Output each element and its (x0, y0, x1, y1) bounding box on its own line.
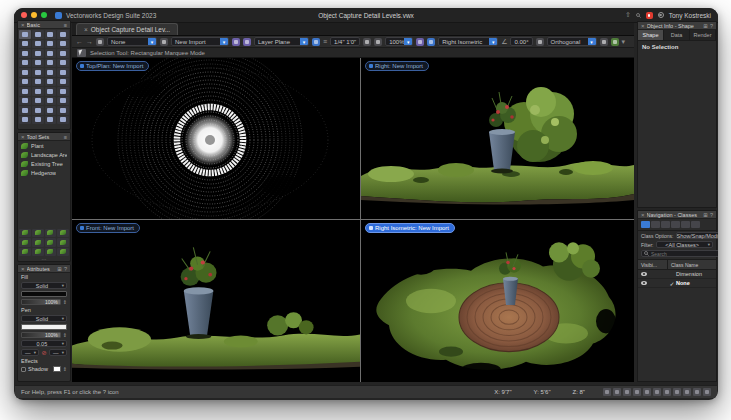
class-search-box[interactable] (641, 250, 718, 257)
snap-to-tangent-icon[interactable] (673, 388, 681, 396)
panel-icon[interactable]: ⊞ (57, 266, 62, 272)
sheet-layers-tab-icon[interactable] (661, 221, 670, 228)
landscape-tool-icon[interactable] (57, 238, 69, 247)
viewport-right[interactable]: Right: New Import (361, 58, 634, 219)
stepper-icon[interactable]: ⇕ (63, 332, 67, 338)
tool-icon[interactable] (45, 106, 57, 115)
tool-sets-palette-header[interactable]: × Tool Sets ≡ (18, 133, 70, 141)
basic-palette-header[interactable]: × Basic ≡ (18, 21, 70, 29)
visibility-column-header[interactable]: Visibi... (638, 260, 668, 269)
design-layers-tab-icon[interactable] (651, 221, 660, 228)
tool-icon[interactable] (45, 116, 57, 125)
object-info-header[interactable]: × Object Info - Shape ⊞ ? (638, 22, 716, 30)
tab-close-icon[interactable]: × (84, 26, 88, 33)
navigation-header[interactable]: × Navigation - Classes ⊞ ? (638, 211, 716, 219)
class-options-icon[interactable] (243, 38, 251, 46)
marker-style-dropdown[interactable]: — ▾ (49, 349, 67, 356)
tool-icon[interactable] (57, 59, 69, 68)
class-row-dimension[interactable]: Dimension (638, 270, 716, 279)
layer-down-icon[interactable] (374, 38, 382, 46)
toolbar-overflow-icon[interactable]: ▾ (622, 38, 626, 45)
tool-icon[interactable] (45, 59, 57, 68)
close-icon[interactable]: × (641, 212, 645, 218)
tab-render[interactable]: Render (690, 30, 716, 40)
tool-icon[interactable] (45, 78, 57, 87)
tab-data[interactable]: Data (664, 30, 690, 40)
tool-icon[interactable] (57, 106, 69, 115)
tool-icon[interactable] (32, 97, 44, 106)
back-icon[interactable]: ← (76, 38, 83, 45)
help-icon[interactable]: ? (64, 266, 67, 272)
tool-icon[interactable] (57, 40, 69, 49)
menu-icon[interactable]: ≡ (64, 134, 67, 140)
references-tab-icon[interactable] (691, 221, 700, 228)
viewport-top-plan[interactable]: Top/Plan: New Import (72, 58, 360, 219)
tool-icon[interactable] (32, 78, 44, 87)
notification-icon[interactable] (646, 12, 653, 19)
zoom-window-button[interactable] (41, 12, 47, 18)
tool-icon[interactable] (32, 40, 44, 49)
close-icon[interactable]: × (21, 22, 25, 28)
pen-opacity-slider[interactable]: 100% (21, 332, 61, 338)
search-icon[interactable] (636, 13, 641, 18)
pen-style-dropdown[interactable]: Solid ▾ (21, 315, 67, 322)
landscape-tool-icon[interactable] (32, 238, 44, 247)
stepper-icon[interactable]: ⇕ (63, 366, 67, 372)
tool-icon[interactable] (19, 40, 31, 49)
saved-view-dropdown[interactable]: None ▾ (107, 37, 157, 46)
layer-options-icon[interactable] (160, 38, 168, 46)
saved-views-icon[interactable] (96, 38, 104, 46)
close-icon[interactable]: × (641, 23, 645, 29)
visibility-icon[interactable] (600, 38, 608, 46)
tool-icon[interactable] (19, 68, 31, 77)
close-icon[interactable]: × (21, 134, 25, 140)
tool-icon[interactable] (57, 78, 69, 87)
tool-icon[interactable] (57, 87, 69, 96)
snap-to-object-icon[interactable] (613, 388, 621, 396)
snap-to-distance-icon[interactable] (643, 388, 651, 396)
user-name[interactable]: Tony Kostreski (669, 12, 711, 19)
attributes-palette-header[interactable]: × Attributes ⊞ ? (18, 265, 70, 273)
help-icon[interactable]: ? (710, 23, 713, 29)
tool-set-item-landscape-area[interactable]: Landscape Area (18, 150, 70, 159)
classes-tab-icon[interactable] (641, 221, 650, 228)
landscape-tool-icon[interactable] (19, 248, 31, 257)
grid-icon[interactable] (312, 38, 320, 46)
tool-icon[interactable] (19, 59, 31, 68)
render-style-icon[interactable] (536, 38, 544, 46)
saved-views-tab-icon[interactable] (681, 221, 690, 228)
menu-icon[interactable]: ≡ (64, 22, 67, 28)
viewport-label-top-plan[interactable]: Top/Plan: New Import (76, 61, 149, 71)
tool-icon[interactable] (45, 97, 57, 106)
viewports-tab-icon[interactable] (671, 221, 680, 228)
shadow-color-swatch[interactable] (53, 366, 61, 372)
class-row-none[interactable]: ✓ None (638, 279, 716, 288)
fill-style-dropdown[interactable]: Solid ▾ (21, 282, 67, 289)
landscape-tool-icon[interactable] (45, 248, 57, 257)
viewport-label-front[interactable]: Front: New Import (76, 223, 140, 233)
class-name-column-header[interactable]: Class Name (668, 260, 701, 269)
class-icon[interactable] (232, 38, 240, 46)
viewport-label-right-isometric[interactable]: Right Isometric: New Import (365, 223, 455, 233)
zoom-dropdown[interactable]: 100% ▾ (385, 37, 413, 46)
tool-icon[interactable] (45, 30, 57, 39)
snap-loci-icon[interactable] (683, 388, 691, 396)
share-icon[interactable]: ⇧ (625, 12, 630, 19)
landscape-tool-icon[interactable] (57, 229, 69, 238)
render-mode-dropdown[interactable]: Orthogonal ▾ (547, 37, 597, 46)
tool-icon[interactable] (32, 68, 44, 77)
tool-icon[interactable] (32, 116, 44, 125)
tool-icon[interactable] (19, 78, 31, 87)
tool-icon[interactable] (45, 68, 57, 77)
line-weight-dropdown[interactable]: 0.05 ▾ (21, 340, 67, 347)
fill-opacity-slider[interactable]: 100% (21, 299, 61, 305)
tool-icon[interactable] (19, 106, 31, 115)
view-angle-field[interactable]: 0.00° (510, 37, 532, 46)
tool-icon[interactable] (45, 87, 57, 96)
tool-icon[interactable] (57, 97, 69, 106)
minimize-window-button[interactable] (31, 12, 37, 18)
smart-edge-icon[interactable] (663, 388, 671, 396)
tool-icon[interactable] (32, 106, 44, 115)
tool-icon[interactable] (57, 68, 69, 77)
shadow-checkbox[interactable] (21, 367, 26, 372)
